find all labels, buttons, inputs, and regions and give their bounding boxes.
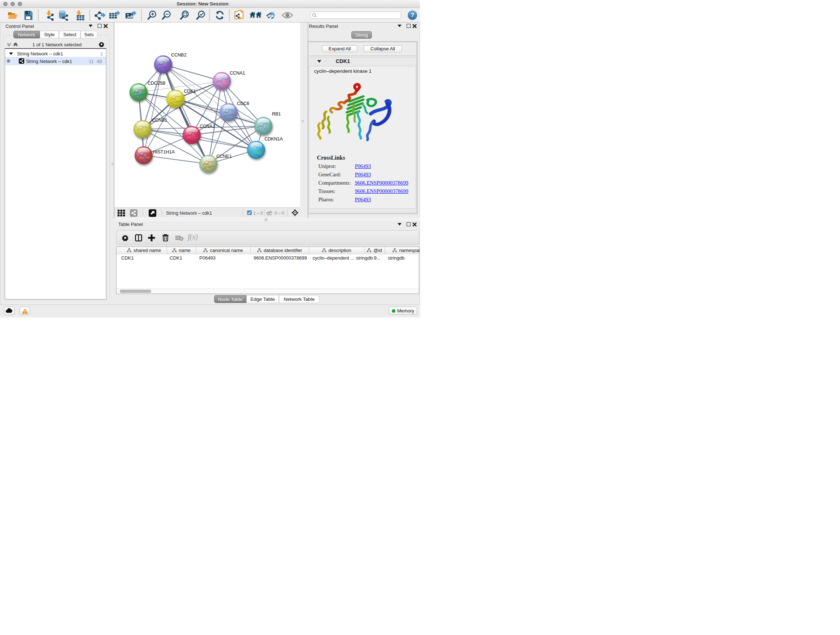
svg-text:CCNB2: CCNB2 <box>171 52 186 57</box>
svg-text:CCNA2: CCNA2 <box>200 124 215 129</box>
svg-text:CCNB1: CCNB1 <box>152 118 167 123</box>
svg-text:CDKN1A: CDKN1A <box>264 136 283 141</box>
svg-text:CDC6: CDC6 <box>237 101 249 106</box>
svg-text:CDC25B: CDC25B <box>148 81 165 86</box>
svg-text:RB1: RB1 <box>272 111 281 117</box>
svg-text:CCNE1: CCNE1 <box>216 154 232 159</box>
svg-text:CCNA1: CCNA1 <box>230 71 245 76</box>
svg-text:CDK1: CDK1 <box>184 89 196 94</box>
svg-text:HIST1H1A: HIST1H1A <box>153 149 175 155</box>
